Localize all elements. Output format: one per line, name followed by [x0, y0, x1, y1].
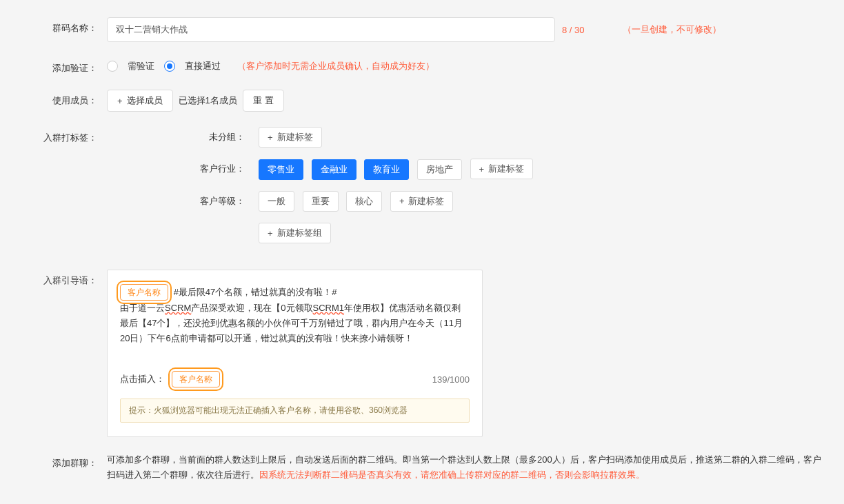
label-tags: 入群打标签：: [17, 127, 107, 144]
customer-name-chip[interactable]: 客户名称: [120, 284, 168, 301]
browser-tip: 提示：火狐浏览器可能出现无法正确插入客户名称，请使用谷歌、360浏览器: [120, 399, 470, 423]
new-tag-group-label: 新建标签组: [277, 227, 322, 239]
verify-note: （客户添加时无需企业成员确认，自动成为好友）: [237, 60, 434, 72]
tag-level-0[interactable]: 一般: [259, 191, 294, 212]
plus-icon: +: [268, 228, 273, 239]
new-tag-label: 新建标签: [277, 131, 313, 143]
choose-member-label: 选择成员: [127, 94, 163, 107]
sublabel-industry: 客户行业：: [107, 163, 259, 175]
char-counter: 8 / 30: [562, 25, 585, 35]
new-level-tag-button[interactable]: + 新建标签: [390, 191, 454, 212]
reset-member-button[interactable]: 重 置: [243, 90, 284, 112]
choose-member-button[interactable]: + 选择成员: [107, 90, 173, 112]
label-groupcode-name: 群码名称：: [17, 17, 107, 34]
radio-direct-pass[interactable]: [164, 61, 175, 72]
sublabel-level: 客户等级：: [107, 195, 259, 208]
guide-scrm1: SCRM: [165, 303, 191, 313]
plus-icon: +: [117, 96, 123, 106]
guide-line1: #最后限47个名额，错过就真的没有啦！#: [174, 287, 337, 297]
tag-level-2[interactable]: 核心: [346, 191, 382, 212]
new-tag-label: 新建标签: [408, 195, 444, 208]
tag-industry-2[interactable]: 教育业: [364, 159, 409, 180]
groupcode-name-input[interactable]: [107, 17, 555, 42]
plus-icon: +: [399, 196, 405, 206]
tag-level-1[interactable]: 重要: [303, 191, 339, 212]
plus-icon: +: [268, 132, 273, 143]
label-guide: 入群引导语：: [17, 270, 107, 287]
guide-body-mid: 产品深受欢迎，现在【0元领取: [191, 303, 312, 313]
selected-member-text: 已选择1名成员: [179, 94, 237, 107]
name-note: （一旦创建，不可修改）: [623, 23, 721, 36]
plus-icon: +: [479, 164, 485, 174]
guide-body-prefix: 由于道一云: [120, 303, 165, 313]
sublabel-uncategorized: 未分组：: [107, 131, 259, 143]
radio-need-verify-label: 需验证: [128, 60, 154, 72]
radio-need-verify[interactable]: [107, 61, 118, 72]
guide-char-count: 139/1000: [432, 374, 470, 385]
insert-label: 点击插入：: [120, 373, 165, 385]
tag-industry-1[interactable]: 金融业: [312, 159, 356, 180]
radio-direct-pass-label: 直接通过: [185, 60, 221, 72]
add-group-warn: 因系统无法判断群二维码是否真实有效，请您准确上传群对应的群二维码，否则会影响拉群…: [259, 470, 645, 480]
tag-industry-0[interactable]: 零售业: [259, 159, 303, 180]
label-verify: 添加验证：: [17, 57, 107, 74]
new-industry-tag-button[interactable]: + 新建标签: [470, 159, 534, 179]
new-tag-group-button[interactable]: + 新建标签组: [259, 223, 331, 243]
guide-scrm2: SCRM1: [313, 303, 345, 313]
tag-industry-3[interactable]: 房地产: [417, 159, 462, 180]
new-tag-button[interactable]: + 新建标签: [259, 127, 322, 148]
label-add-group: 添加群聊：: [17, 452, 107, 470]
label-members: 使用成员：: [17, 90, 107, 107]
new-tag-label: 新建标签: [488, 163, 524, 175]
guide-textarea[interactable]: 客户名称 #最后限47个名额，错过就真的没有啦！# 由于道一云SCRM产品深受欢…: [107, 270, 483, 437]
insert-customer-name-button[interactable]: 客户名称: [172, 371, 220, 387]
